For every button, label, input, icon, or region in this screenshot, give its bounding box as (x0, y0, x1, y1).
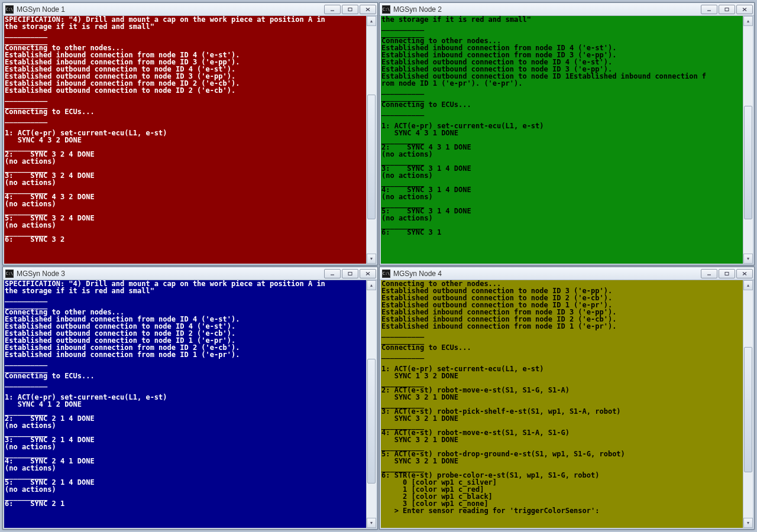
svg-rect-9 (348, 272, 352, 275)
window-title: MGSyn Node 2 (393, 5, 701, 14)
scroll-down-icon[interactable]: ▾ (743, 254, 753, 264)
scroll-track[interactable] (743, 290, 753, 518)
console-window-4: C:\MGSyn Node 4Connecting to other nodes… (379, 267, 755, 530)
minimize-button[interactable] (701, 5, 717, 14)
terminal-output[interactable]: SPECIFICATION: "4) Drill and mount a cap… (4, 280, 366, 528)
terminal-output[interactable]: Connecting to other nodes... Established… (381, 280, 743, 528)
titlebar[interactable]: C:\MGSyn Node 1 (3, 3, 377, 16)
close-button[interactable] (736, 5, 753, 14)
maximize-button[interactable] (342, 269, 358, 278)
console-window-1: C:\MGSyn Node 1SPECIFICATION: "4) Drill … (2, 2, 378, 265)
terminal-output[interactable]: SPECIFICATION: "4) Drill and mount a cap… (4, 16, 366, 264)
scroll-track[interactable] (743, 26, 753, 254)
scroll-thumb[interactable] (367, 95, 376, 220)
window-title: MGSyn Node 1 (17, 5, 324, 14)
maximize-button[interactable] (719, 5, 735, 14)
app-icon: C:\ (5, 270, 14, 278)
terminal-body: Connecting to other nodes... Established… (380, 280, 754, 529)
scrollbar[interactable]: ▴▾ (366, 16, 376, 264)
svg-rect-1 (348, 8, 352, 11)
close-button[interactable] (360, 269, 376, 278)
console-window-2: C:\MGSyn Node 2the storage if it is red … (379, 2, 755, 265)
scroll-track[interactable] (367, 290, 376, 518)
close-button[interactable] (736, 269, 753, 278)
scroll-down-icon[interactable]: ▾ (367, 518, 376, 528)
window-title: MGSyn Node 4 (393, 270, 701, 278)
minimize-button[interactable] (324, 269, 341, 278)
terminal-body: SPECIFICATION: "4) Drill and mount a cap… (3, 280, 377, 529)
app-icon: C:\ (5, 5, 14, 14)
terminal-body: the storage if it is red and small" ____… (380, 16, 754, 265)
scrollbar[interactable]: ▴▾ (366, 280, 376, 528)
minimize-button[interactable] (324, 5, 341, 14)
scroll-up-icon[interactable]: ▴ (743, 280, 753, 290)
console-window-3: C:\MGSyn Node 3SPECIFICATION: "4) Drill … (2, 267, 378, 530)
terminal-body: SPECIFICATION: "4) Drill and mount a cap… (3, 16, 377, 265)
maximize-button[interactable] (342, 5, 358, 14)
scroll-down-icon[interactable]: ▾ (367, 254, 376, 264)
scrollbar[interactable]: ▴▾ (743, 16, 753, 264)
window-controls (324, 269, 376, 278)
scroll-up-icon[interactable]: ▴ (367, 16, 376, 26)
window-title: MGSyn Node 3 (17, 270, 324, 278)
window-controls (324, 5, 376, 14)
minimize-button[interactable] (701, 269, 717, 278)
scroll-track[interactable] (367, 26, 376, 254)
app-icon: C:\ (382, 270, 390, 278)
svg-rect-13 (725, 272, 729, 275)
scrollbar[interactable]: ▴▾ (743, 280, 753, 528)
window-controls (701, 269, 753, 278)
scroll-up-icon[interactable]: ▴ (367, 280, 376, 290)
scroll-thumb[interactable] (367, 359, 376, 484)
scroll-thumb[interactable] (744, 347, 752, 472)
svg-rect-5 (725, 8, 729, 11)
terminal-output[interactable]: the storage if it is red and small" ____… (381, 16, 743, 264)
scroll-thumb[interactable] (744, 106, 752, 220)
close-button[interactable] (360, 5, 376, 14)
window-controls (701, 5, 753, 14)
scroll-down-icon[interactable]: ▾ (743, 518, 753, 528)
titlebar[interactable]: C:\MGSyn Node 2 (380, 3, 754, 16)
app-icon: C:\ (382, 5, 390, 14)
scroll-up-icon[interactable]: ▴ (743, 16, 753, 26)
titlebar[interactable]: C:\MGSyn Node 3 (3, 267, 377, 280)
titlebar[interactable]: C:\MGSyn Node 4 (380, 267, 754, 280)
maximize-button[interactable] (719, 269, 735, 278)
